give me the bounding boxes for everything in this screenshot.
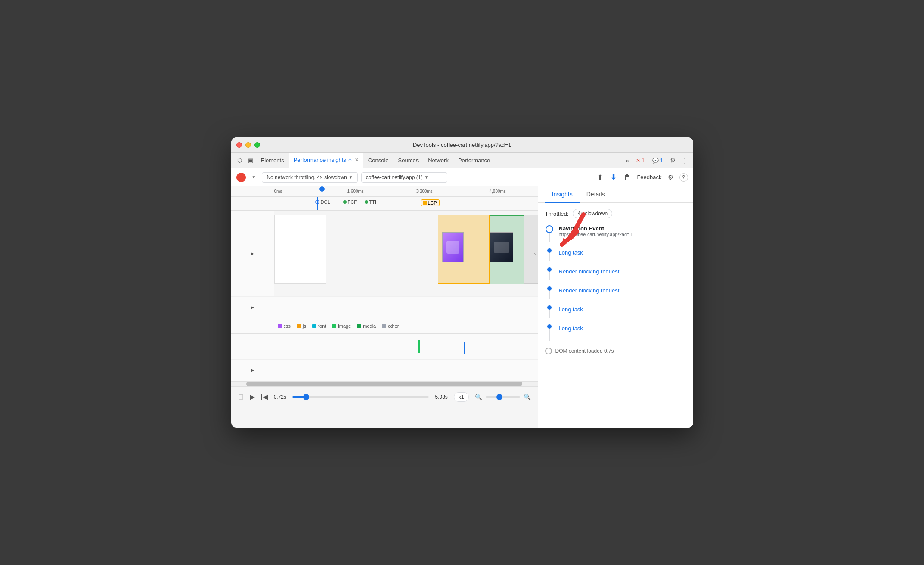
- error-badge[interactable]: ✕ 1: [633, 157, 647, 165]
- insight-3-text: Render blocking request: [559, 286, 686, 294]
- cursor-tool[interactable]: ⬡: [235, 155, 245, 165]
- tab-insights[interactable]: Insights: [545, 186, 580, 203]
- tab-performance[interactable]: Performance: [454, 153, 494, 168]
- expand-right-icon[interactable]: ›: [534, 250, 536, 257]
- insight-2-line: [545, 267, 554, 280]
- screenshot-thumb-2: [490, 232, 513, 262]
- message-badge[interactable]: 💬 1: [650, 157, 666, 165]
- image-swatch: [332, 324, 336, 328]
- render-block-1-link[interactable]: Render blocking request: [559, 268, 620, 275]
- tab-console[interactable]: Console: [364, 153, 393, 168]
- tabs-bar: ⬡ ▣ Elements Performance insights ⚠ ✕ Co…: [231, 153, 693, 168]
- tab-network[interactable]: Network: [424, 153, 453, 168]
- screenshot-expander[interactable]: ▶: [251, 251, 254, 256]
- timings-row: [231, 334, 538, 360]
- download-icon[interactable]: ⬇: [609, 172, 618, 182]
- screenshot-toggle-icon[interactable]: ⊡: [238, 393, 244, 401]
- tti-dot-icon: [365, 200, 368, 204]
- time-start: 0.72s: [274, 394, 286, 400]
- nav-event-url: https://coffee-cart.netlify.app/?ad=1: [559, 232, 686, 237]
- tab-elements[interactable]: Elements: [257, 153, 288, 168]
- skip-back-icon[interactable]: |◀: [261, 393, 268, 401]
- upload-icon[interactable]: ⬆: [595, 172, 605, 182]
- insight-long-task-1: Long task: [545, 248, 686, 261]
- record-dropdown-arrow[interactable]: ▼: [249, 173, 259, 181]
- insight-2-vert: [549, 272, 550, 280]
- fcp-marker: FCP: [343, 199, 357, 205]
- tab-close-icon[interactable]: ✕: [355, 157, 359, 163]
- network-needle: [322, 297, 322, 318]
- legend-image: image: [332, 323, 351, 329]
- fcp-dot-icon: [343, 200, 347, 204]
- nav-timeline-line: [545, 225, 554, 242]
- insight-5-line: [545, 324, 554, 341]
- network-throttle-dropdown[interactable]: No network throttling, 4× slowdown ▼: [262, 172, 357, 183]
- record-button[interactable]: [236, 173, 246, 182]
- tab-performance-insights[interactable]: Performance insights ⚠ ✕: [289, 153, 363, 168]
- more-options-icon[interactable]: ⋮: [680, 156, 690, 165]
- tab-sources[interactable]: Sources: [394, 153, 423, 168]
- media-swatch: [357, 324, 361, 328]
- url-arrow-icon: ▼: [424, 175, 428, 180]
- zoom-in-icon[interactable]: 🔍: [524, 394, 531, 400]
- delete-icon[interactable]: 🗑: [622, 173, 633, 182]
- settings2-icon[interactable]: ⚙: [666, 173, 675, 182]
- more-tabs-button[interactable]: »: [624, 156, 631, 165]
- empty-content: [274, 360, 538, 381]
- timeline-scrollbar[interactable]: [231, 381, 538, 386]
- needle-head: [319, 186, 325, 192]
- network-expander[interactable]: ▶: [251, 305, 254, 310]
- device-tool[interactable]: ▣: [245, 155, 256, 165]
- zoom-slider[interactable]: [486, 396, 520, 398]
- help-icon[interactable]: ?: [679, 173, 688, 182]
- title-bar: DevTools - coffee-cart.netlify.app/?ad=1: [231, 137, 693, 153]
- time-ruler: 0ms 1,600ms 3,200ms 4,800ms: [231, 186, 538, 197]
- close-button[interactable]: [236, 142, 242, 148]
- throttle-value[interactable]: 4× slowdown: [573, 209, 612, 218]
- zoom-thumb[interactable]: [496, 394, 502, 400]
- long-task-3-link[interactable]: Long task: [559, 325, 583, 332]
- throttle-arrow-icon: ▼: [349, 175, 353, 180]
- speed-badge[interactable]: x1: [454, 392, 469, 402]
- insight-long-task-2: Long task: [545, 305, 686, 318]
- navigation-event: Navigation Event https://coffee-cart.net…: [545, 225, 686, 242]
- timings-content: [274, 334, 538, 359]
- long-task-1-link[interactable]: Long task: [559, 249, 583, 256]
- long-task-2-link[interactable]: Long task: [559, 306, 583, 313]
- insight-5-text: Long task: [559, 324, 686, 332]
- url-dropdown[interactable]: coffee-cart.netlify.app (1) ▼: [361, 172, 447, 183]
- time-3200ms: 3,200ms: [416, 189, 433, 194]
- feedback-link[interactable]: Feedback: [637, 174, 661, 180]
- time-end: 5.93s: [435, 394, 447, 400]
- scrubber[interactable]: [292, 396, 429, 398]
- scrollbar-thumb[interactable]: [246, 382, 522, 386]
- insight-1-dot: [547, 248, 552, 253]
- play-icon[interactable]: ▶: [250, 393, 255, 401]
- tabs-right: » ✕ 1 💬 1 ⚙ ⋮: [624, 156, 690, 165]
- network-label: ▶: [231, 297, 274, 318]
- insight-1-text: Long task: [559, 248, 686, 256]
- throttle-row: Throttled: 4× slowdown: [545, 209, 686, 218]
- insight-4-line: [545, 305, 554, 318]
- other-swatch: [382, 324, 386, 328]
- minimize-button[interactable]: [245, 142, 251, 148]
- maximize-button[interactable]: [254, 142, 260, 148]
- insight-4-vert: [549, 310, 550, 318]
- empty-expander[interactable]: ▶: [251, 368, 254, 373]
- insight-4-dot: [547, 305, 552, 310]
- empty-needle: [322, 360, 322, 381]
- js-swatch: [297, 324, 301, 328]
- settings-icon[interactable]: ⚙: [668, 156, 677, 165]
- legend-other: other: [382, 323, 399, 329]
- scrubber-thumb[interactable]: [303, 394, 309, 400]
- tab-details[interactable]: Details: [580, 186, 612, 203]
- tab-warn-icon: ⚠: [348, 157, 352, 163]
- insight-3-vert: [549, 291, 550, 299]
- render-block-2-link[interactable]: Render blocking request: [559, 287, 620, 294]
- zoom-out-icon[interactable]: 🔍: [475, 394, 482, 400]
- screenshot-label: ▶: [231, 211, 274, 296]
- insight-4-text: Long task: [559, 305, 686, 313]
- grey-block: [524, 215, 538, 284]
- insight-2-dot: [547, 267, 552, 272]
- blue-timing-bar: [464, 342, 465, 354]
